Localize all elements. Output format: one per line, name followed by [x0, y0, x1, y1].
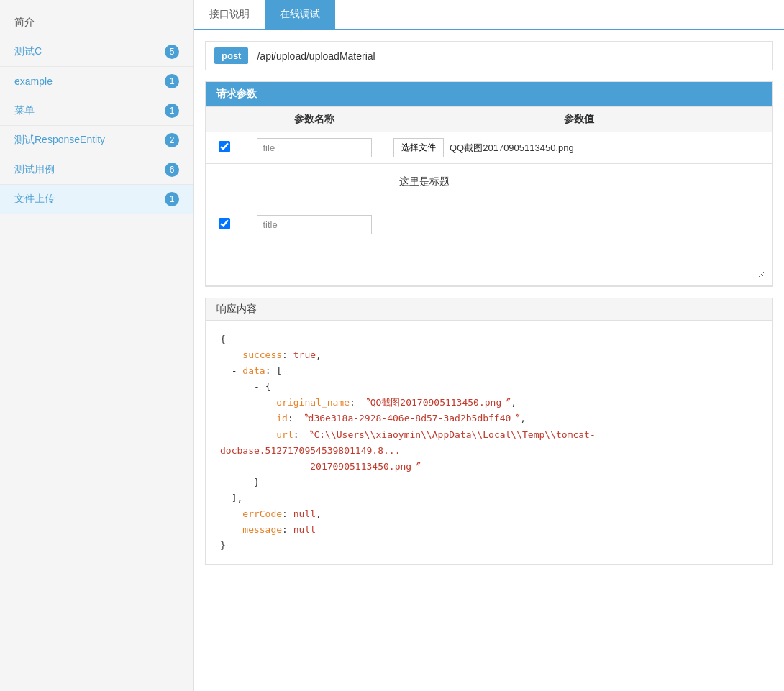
col-header-check — [206, 107, 242, 132]
title-row-value-cell: 这里是标题 — [386, 164, 772, 286]
params-table: 参数名称 参数值 选择 — [206, 106, 772, 286]
file-param-name-input[interactable] — [257, 138, 372, 157]
sidebar-item-label-test-cases: 测试用例 — [14, 163, 55, 176]
sidebar-item-test-cases[interactable]: 测试用例 6 — [0, 155, 193, 185]
sidebar-item-example[interactable]: example 1 — [0, 67, 193, 96]
table-row: 这里是标题 — [206, 164, 772, 286]
file-name-display: QQ截图20170905113450.png — [450, 142, 574, 155]
col-header-value: 参数值 — [386, 107, 772, 132]
sidebar-item-badge-example: 1 — [165, 74, 179, 88]
sidebar-item-file-upload[interactable]: 文件上传 1 — [0, 185, 193, 214]
title-row-check-cell — [206, 164, 242, 286]
sidebar-item-ce-c[interactable]: 测试C 5 — [0, 37, 193, 67]
api-endpoint-row: post /api/upload/uploadMaterial — [205, 41, 773, 70]
tab-bar: 接口说明 在线调试 — [194, 0, 784, 30]
title-param-checkbox[interactable] — [219, 218, 230, 229]
method-badge: post — [214, 47, 248, 64]
sidebar-item-label-example: example — [14, 75, 53, 87]
response-header: 响应内容 — [206, 298, 772, 321]
response-body: { success: true, - data: [ - { original_… — [206, 321, 772, 564]
choose-file-button[interactable]: 选择文件 — [393, 138, 444, 157]
request-params-header: 请求参数 — [206, 82, 772, 106]
file-param-checkbox[interactable] — [219, 141, 230, 152]
table-row: 选择文件 QQ截图20170905113450.png — [206, 132, 772, 164]
tab-api-doc[interactable]: 接口说明 — [194, 0, 265, 29]
sidebar-item-badge-ce-c: 5 — [165, 45, 179, 59]
sidebar-intro[interactable]: 简介 — [0, 7, 193, 37]
title-row-name-cell — [242, 164, 386, 286]
sidebar: 简介 测试C 5 example 1 菜单 1 测试ResponseEntity… — [0, 0, 194, 691]
sidebar-item-label-file-upload: 文件上传 — [14, 193, 55, 206]
sidebar-item-menu[interactable]: 菜单 1 — [0, 96, 193, 126]
main-content: 接口说明 在线调试 post /api/upload/uploadMateria… — [194, 0, 784, 691]
tab-online-debug[interactable]: 在线调试 — [265, 0, 335, 29]
sidebar-item-label-ce-c: 测试C — [14, 45, 42, 58]
file-row-check-cell — [206, 132, 242, 164]
title-param-name-input[interactable] — [257, 215, 372, 234]
file-value-container: 选择文件 QQ截图20170905113450.png — [393, 138, 765, 157]
sidebar-item-badge-response-entity: 2 — [165, 133, 179, 147]
sidebar-item-label-menu: 菜单 — [14, 104, 35, 117]
endpoint-path: /api/upload/uploadMaterial — [257, 50, 375, 62]
sidebar-item-badge-menu: 1 — [165, 104, 179, 118]
sidebar-item-response-entity[interactable]: 测试ResponseEntity 2 — [0, 126, 193, 155]
file-row-name-cell — [242, 132, 386, 164]
file-row-value-cell: 选择文件 QQ截图20170905113450.png — [386, 132, 772, 164]
title-param-textarea[interactable]: 这里是标题 — [393, 170, 765, 278]
main-body: post /api/upload/uploadMaterial 请求参数 参数名… — [194, 30, 784, 587]
sidebar-item-badge-test-cases: 6 — [165, 163, 179, 177]
sidebar-item-badge-file-upload: 1 — [165, 192, 179, 206]
col-header-name: 参数名称 — [242, 107, 386, 132]
sidebar-item-label-response-entity: 测试ResponseEntity — [14, 134, 105, 147]
response-section: 响应内容 { success: true, - data: [ - { orig… — [205, 298, 773, 565]
request-params-section: 请求参数 参数名称 参数值 — [205, 81, 773, 287]
